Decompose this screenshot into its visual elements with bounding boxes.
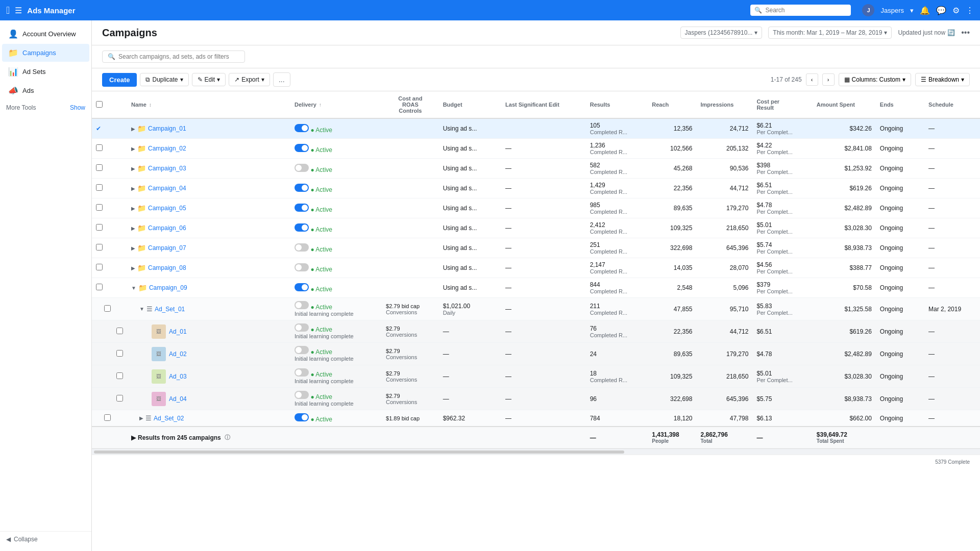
- delivery-toggle[interactable]: [295, 263, 309, 271]
- row-checkbox[interactable]: [96, 144, 103, 151]
- delivery-toggle[interactable]: [295, 184, 309, 192]
- collapse-button[interactable]: ◀ Collapse: [6, 536, 85, 543]
- delivery-toggle[interactable]: [295, 124, 309, 132]
- td-checkbox[interactable]: [92, 139, 127, 159]
- adset-name-link[interactable]: Ad_Set_01: [155, 306, 185, 313]
- th-budget[interactable]: Budget: [439, 91, 501, 118]
- th-name[interactable]: Name ↕: [127, 91, 266, 118]
- delivery-toggle[interactable]: [295, 223, 309, 232]
- account-selector[interactable]: Jaspers (12345678910... ▾: [680, 27, 763, 39]
- date-range-selector[interactable]: This month: Mar 1, 2019 – Mar 28, 2019 ▾: [768, 27, 892, 39]
- row-checkbox[interactable]: [116, 328, 123, 334]
- row-checkbox[interactable]: [96, 224, 103, 231]
- topbar-more-icon[interactable]: ⋮: [966, 6, 974, 15]
- delivery-toggle[interactable]: [295, 301, 309, 309]
- th-ends[interactable]: Ends: [876, 91, 924, 118]
- td-checkbox[interactable]: [92, 198, 127, 218]
- row-checkbox[interactable]: [96, 284, 103, 290]
- th-cpr[interactable]: Cost perResult: [752, 91, 812, 118]
- results-expand-icon[interactable]: ▶: [131, 434, 136, 441]
- duplicate-button[interactable]: ⧉ Duplicate ▾: [140, 73, 188, 86]
- settings-icon[interactable]: ⚙: [952, 6, 960, 15]
- td-checkbox[interactable]: [92, 343, 127, 365]
- expand-row-button[interactable]: ▶: [131, 186, 135, 191]
- td-checkbox[interactable]: [92, 320, 127, 343]
- expand-row-button[interactable]: ▶: [131, 166, 135, 171]
- horizontal-scrollbar[interactable]: [92, 448, 980, 455]
- sidebar-more-tools[interactable]: More Tools Show: [0, 100, 91, 115]
- info-icon[interactable]: ⓘ: [225, 434, 230, 441]
- td-checkbox[interactable]: [92, 159, 127, 179]
- delivery-toggle[interactable]: [295, 243, 309, 252]
- td-checkbox[interactable]: [92, 179, 127, 198]
- export-button[interactable]: ↗ Export ▾: [229, 73, 270, 86]
- refresh-icon[interactable]: 🔄: [947, 29, 955, 36]
- campaign-name-link[interactable]: Campaign_02: [148, 145, 186, 152]
- user-name[interactable]: Jaspers: [880, 7, 904, 14]
- row-checkbox[interactable]: [96, 244, 103, 251]
- expand-row-button[interactable]: ▶: [131, 245, 135, 251]
- expand-row-button[interactable]: ▶: [131, 226, 135, 231]
- ad-name-link[interactable]: Ad_01: [169, 328, 187, 335]
- th-delivery[interactable]: Delivery ↑: [290, 91, 382, 118]
- row-checkbox[interactable]: [96, 204, 103, 211]
- expand-row-button[interactable]: ▶: [131, 265, 135, 271]
- sidebar-item-ads[interactable]: 📣 Ads: [2, 82, 89, 99]
- sidebar-item-account-overview[interactable]: 👤 Account Overview: [2, 25, 89, 43]
- row-checkbox[interactable]: [116, 395, 123, 402]
- campaign-name-link[interactable]: Campaign_06: [148, 224, 186, 232]
- delivery-toggle[interactable]: [295, 346, 309, 354]
- pagination-next-button[interactable]: ›: [822, 73, 835, 86]
- expand-row-button[interactable]: ▶: [131, 126, 135, 132]
- th-impressions[interactable]: Impressions: [696, 91, 752, 118]
- expand-row-button[interactable]: ▼: [131, 285, 136, 291]
- delivery-toggle[interactable]: [295, 204, 309, 212]
- th-schedule[interactable]: Schedule: [924, 91, 980, 118]
- td-checkbox[interactable]: [92, 258, 127, 278]
- show-label[interactable]: Show: [70, 104, 85, 111]
- message-icon[interactable]: 💬: [936, 6, 946, 15]
- th-results[interactable]: Results: [586, 91, 648, 118]
- campaign-name-link[interactable]: Campaign_07: [148, 244, 186, 252]
- delivery-toggle[interactable]: [295, 144, 309, 152]
- th-select-all[interactable]: [92, 91, 127, 118]
- sidebar-item-ad-sets[interactable]: 📊 Ad Sets: [2, 63, 89, 81]
- campaign-name-link[interactable]: Campaign_03: [148, 165, 186, 172]
- select-all-checkbox[interactable]: [96, 101, 103, 108]
- row-checkbox[interactable]: [96, 264, 103, 270]
- create-button[interactable]: Create: [102, 73, 137, 87]
- adset-name-link[interactable]: Ad_Set_02: [154, 415, 184, 422]
- delivery-toggle[interactable]: [295, 391, 309, 399]
- row-checkbox[interactable]: [116, 372, 123, 379]
- td-checkbox[interactable]: ✔: [92, 118, 127, 139]
- th-last-edit[interactable]: Last Significant Edit: [501, 91, 586, 118]
- scrollbar-thumb[interactable]: [94, 450, 624, 454]
- header-more-icon[interactable]: •••: [961, 28, 970, 37]
- campaign-name-link[interactable]: Campaign_08: [148, 264, 186, 271]
- td-checkbox[interactable]: [92, 238, 127, 258]
- row-checkbox[interactable]: [96, 164, 103, 171]
- campaign-name-link[interactable]: Campaign_01: [148, 125, 186, 132]
- campaign-name-link[interactable]: Campaign_05: [148, 205, 186, 212]
- th-reach[interactable]: Reach: [648, 91, 696, 118]
- expand-row-button[interactable]: ▶: [139, 415, 143, 421]
- ad-name-link[interactable]: Ad_04: [169, 395, 187, 403]
- expand-row-button[interactable]: ▶: [131, 206, 135, 211]
- hamburger-menu-icon[interactable]: ☰: [15, 6, 22, 15]
- row-checkbox[interactable]: [104, 305, 111, 312]
- sidebar-item-campaigns[interactable]: 📁 Campaigns: [2, 44, 89, 62]
- delivery-toggle[interactable]: [295, 323, 309, 332]
- campaigns-search-input[interactable]: [118, 53, 239, 60]
- row-checkbox[interactable]: [96, 184, 103, 191]
- expand-row-button[interactable]: ▶: [131, 146, 135, 152]
- delivery-toggle[interactable]: [295, 164, 309, 172]
- user-dropdown-icon[interactable]: ▾: [910, 7, 914, 14]
- th-cost-roas[interactable]: Cost andROASControls: [382, 91, 439, 118]
- campaign-name-link[interactable]: Campaign_09: [149, 284, 187, 291]
- td-checkbox[interactable]: [92, 410, 127, 427]
- edit-button[interactable]: ✎ Edit ▾: [192, 73, 226, 86]
- row-checkbox[interactable]: [116, 350, 123, 357]
- expand-row-button[interactable]: ▼: [139, 306, 144, 312]
- ad-name-link[interactable]: Ad_02: [169, 350, 187, 358]
- td-checkbox[interactable]: [92, 298, 127, 320]
